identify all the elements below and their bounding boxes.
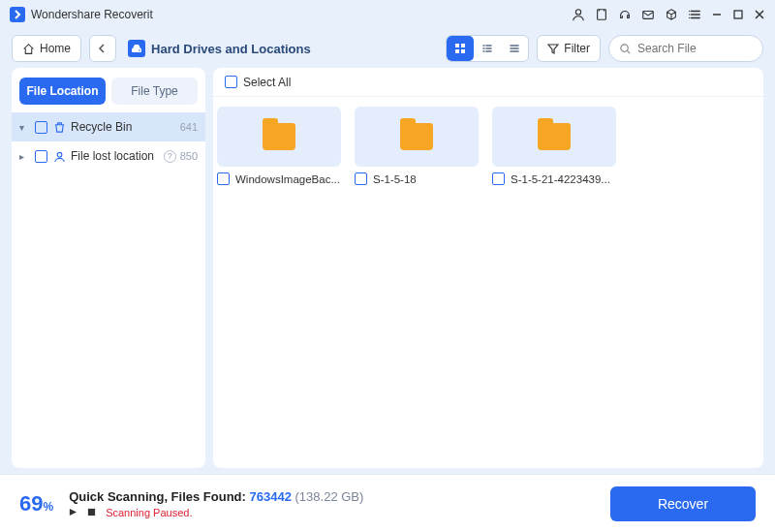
account-icon[interactable] [572, 8, 585, 21]
play-button[interactable] [69, 508, 78, 516]
caret-down-icon[interactable]: ▾ [19, 122, 31, 133]
folder-icon [400, 123, 433, 150]
user-icon [51, 150, 67, 163]
search-box[interactable] [608, 35, 763, 62]
progress-percent: 69% [19, 491, 53, 516]
stop-button[interactable] [87, 508, 96, 516]
headset-icon[interactable] [618, 8, 632, 21]
svg-rect-6 [455, 44, 459, 47]
svg-rect-12 [88, 509, 95, 516]
tree-label: Recycle Bin [71, 120, 176, 134]
close-icon[interactable] [754, 9, 765, 20]
folder-name: S-1-5-21-4223439... [511, 173, 616, 185]
trash-icon [51, 121, 67, 134]
cube-icon[interactable] [665, 8, 678, 21]
location-label: Hard Drives and Locations [151, 42, 311, 56]
app-title: Wondershare Recoverit [31, 8, 153, 21]
filter-button[interactable]: Filter [537, 35, 601, 62]
svg-rect-7 [461, 44, 465, 47]
folder-icon [538, 123, 571, 150]
folder-thumb [217, 107, 341, 167]
tree-count: 850 [180, 150, 198, 162]
tab-file-location[interactable]: File Location [19, 78, 106, 105]
checkbox[interactable] [35, 150, 47, 163]
back-button[interactable] [89, 35, 116, 62]
select-all-label: Select All [243, 76, 291, 89]
drive-icon [128, 40, 145, 57]
checkbox[interactable] [217, 172, 230, 185]
scan-status: Scanning Paused. [106, 507, 192, 518]
svg-rect-8 [455, 49, 459, 53]
status-text: Quick Scanning, Files Found: 763442 (138… [69, 489, 595, 504]
note-icon[interactable] [595, 8, 608, 21]
svg-point-0 [575, 10, 580, 15]
view-switch [446, 35, 529, 62]
search-input[interactable] [637, 42, 775, 55]
location-breadcrumb[interactable]: Hard Drives and Locations [128, 40, 311, 57]
folder-card[interactable]: WindowsImageBac... [217, 107, 341, 185]
list-icon[interactable] [688, 8, 701, 21]
home-label: Home [40, 42, 71, 55]
folder-thumb [355, 107, 479, 167]
checkbox[interactable] [355, 172, 367, 185]
select-all-checkbox[interactable] [225, 76, 237, 88]
view-list-button[interactable] [501, 36, 528, 61]
folder-icon [263, 123, 295, 150]
home-icon [22, 43, 35, 55]
folder-card[interactable]: S-1-5-21-4223439... [492, 107, 616, 185]
maximize-icon[interactable] [732, 9, 744, 20]
folder-thumb [492, 107, 616, 167]
app-logo-icon [10, 7, 25, 22]
minimize-icon[interactable] [711, 9, 723, 20]
home-button[interactable]: Home [12, 35, 81, 62]
tree-label: File lost location [71, 149, 157, 163]
view-grid-button[interactable] [447, 36, 474, 61]
checkbox[interactable] [492, 172, 505, 185]
help-icon[interactable]: ? [164, 150, 176, 163]
mail-icon[interactable] [641, 8, 655, 21]
view-detail-button[interactable] [474, 36, 501, 61]
tab-file-type[interactable]: File Type [111, 78, 198, 105]
folder-card[interactable]: S-1-5-18 [355, 107, 479, 185]
svg-point-5 [139, 49, 140, 51]
caret-right-icon[interactable]: ▸ [19, 151, 31, 162]
folder-name: WindowsImageBac... [235, 173, 341, 185]
filter-icon [547, 43, 559, 54]
folder-name: S-1-5-18 [373, 173, 479, 185]
svg-point-11 [57, 152, 62, 157]
svg-rect-9 [461, 49, 465, 53]
tree-count: 641 [180, 121, 198, 133]
search-icon [619, 43, 632, 55]
tree-item-recycle-bin[interactable]: ▾ Recycle Bin 641 [12, 112, 205, 141]
filter-label: Filter [564, 42, 590, 55]
checkbox[interactable] [35, 121, 47, 134]
recover-button[interactable]: Recover [610, 486, 756, 521]
svg-rect-3 [734, 11, 742, 18]
tree-item-file-lost-location[interactable]: ▸ File lost location ? 850 [12, 141, 205, 171]
svg-point-10 [621, 44, 628, 50]
